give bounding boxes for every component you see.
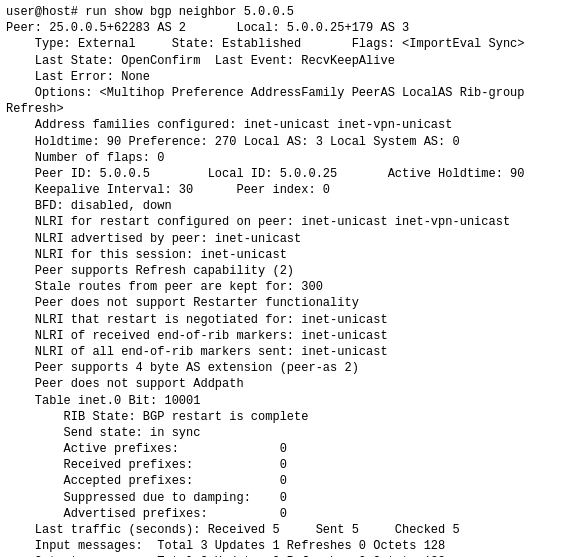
- terminal-line: Advertised prefixes: 0: [6, 506, 580, 522]
- terminal-line: Received prefixes: 0: [6, 457, 580, 473]
- terminal-line: Options: <Multihop Preference AddressFam…: [6, 85, 580, 101]
- terminal-line: NLRI for restart configured on peer: ine…: [6, 214, 580, 230]
- terminal-line: Keepalive Interval: 30 Peer index: 0: [6, 182, 580, 198]
- terminal-line: Holdtime: 90 Preference: 270 Local AS: 3…: [6, 134, 580, 150]
- terminal-line: RIB State: BGP restart is complete: [6, 409, 580, 425]
- terminal-line: Last Error: None: [6, 69, 580, 85]
- terminal-line: Peer: 25.0.0.5+62283 AS 2 Local: 5.0.0.2…: [6, 20, 580, 36]
- terminal-line: Last traffic (seconds): Received 5 Sent …: [6, 522, 580, 538]
- terminal-line: Accepted prefixes: 0: [6, 473, 580, 489]
- terminal-line: Send state: in sync: [6, 425, 580, 441]
- terminal-line: Table inet.0 Bit: 10001: [6, 393, 580, 409]
- terminal-line: NLRI advertised by peer: inet-unicast: [6, 231, 580, 247]
- terminal-line: Number of flaps: 0: [6, 150, 580, 166]
- terminal-line: NLRI of received end-of-rib markers: ine…: [6, 328, 580, 344]
- terminal-line: Stale routes from peer are kept for: 300: [6, 279, 580, 295]
- terminal-line: Peer does not support Addpath: [6, 376, 580, 392]
- terminal-line: user@host# run show bgp neighbor 5.0.0.5: [6, 4, 580, 20]
- terminal-line: Peer ID: 5.0.0.5 Local ID: 5.0.0.25 Acti…: [6, 166, 580, 182]
- terminal-line: Peer does not support Restarter function…: [6, 295, 580, 311]
- terminal-line: Peer supports Refresh capability (2): [6, 263, 580, 279]
- terminal-line: Peer supports 4 byte AS extension (peer-…: [6, 360, 580, 376]
- terminal-line: Input messages: Total 3 Updates 1 Refres…: [6, 538, 580, 554]
- terminal-line: Refresh>: [6, 101, 580, 117]
- terminal-line: Active prefixes: 0: [6, 441, 580, 457]
- terminal-line: Last State: OpenConfirm Last Event: Recv…: [6, 53, 580, 69]
- terminal-line: Address families configured: inet-unicas…: [6, 117, 580, 133]
- terminal-line: NLRI for this session: inet-unicast: [6, 247, 580, 263]
- terminal-line: BFD: disabled, down: [6, 198, 580, 214]
- terminal-output: user@host# run show bgp neighbor 5.0.0.5…: [6, 4, 580, 557]
- terminal-line: NLRI that restart is negotiated for: ine…: [6, 312, 580, 328]
- terminal-line: Suppressed due to damping: 0: [6, 490, 580, 506]
- terminal-line: NLRI of all end-of-rib markers sent: ine…: [6, 344, 580, 360]
- terminal-line: Type: External State: Established Flags:…: [6, 36, 580, 52]
